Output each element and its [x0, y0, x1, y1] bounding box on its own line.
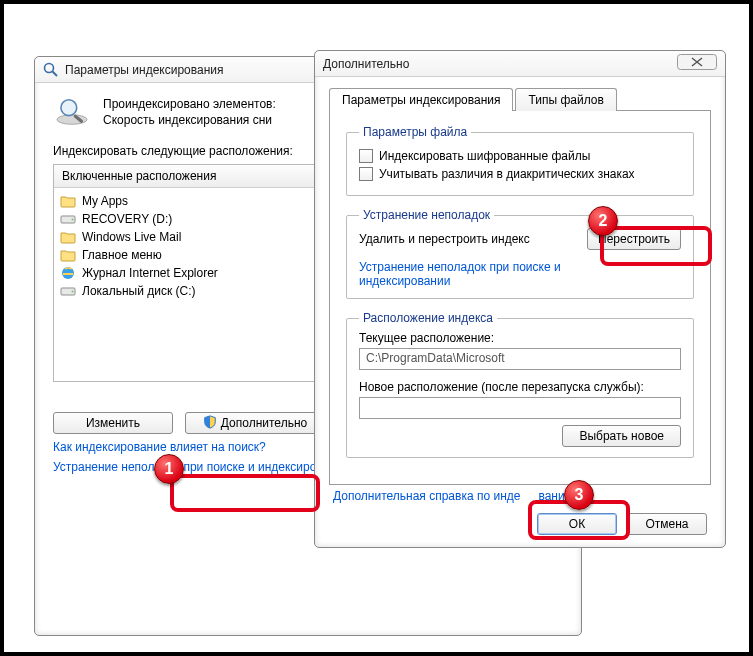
file-params-group: Параметры файла Индексировать шифрованны… — [346, 125, 694, 196]
advanced-options-window: Дополнительно Параметры индексирования Т… — [314, 50, 726, 548]
rebuild-button[interactable]: Перестроить — [587, 228, 681, 250]
troubleshoot-legend: Устранение неполадок — [359, 208, 494, 222]
drive-icon — [60, 283, 76, 299]
indexed-count-label: Проиндексировано элементов: — [103, 97, 276, 111]
search-icon — [43, 62, 59, 78]
select-new-button[interactable]: Выбрать новое — [562, 425, 681, 447]
list-item-label: Журнал Internet Explorer — [82, 266, 218, 280]
index-location-group: Расположение индекса Текущее расположени… — [346, 311, 694, 458]
file-params-legend: Параметры файла — [359, 125, 471, 139]
troubleshoot-group: Устранение неполадок Удалить и перестрои… — [346, 208, 694, 299]
advanced-button-label: Дополнительно — [221, 416, 307, 430]
modify-button[interactable]: Изменить — [53, 412, 173, 434]
list-item-label: Windows Live Mail — [82, 230, 181, 244]
advanced-help-link[interactable]: Дополнительная справка по индеxxxванию — [333, 489, 574, 503]
diacritics-label: Учитывать различия в диакритических знак… — [379, 167, 635, 181]
advanced-titlebar: Дополнительно — [315, 51, 725, 77]
ie-icon — [60, 265, 76, 281]
encrypted-files-label: Индексировать шифрованные файлы — [379, 149, 590, 163]
folder-icon — [60, 247, 76, 263]
list-item-label: Главное меню — [82, 248, 162, 262]
list-item-label: RECOVERY (D:) — [82, 212, 172, 226]
tab-file-types[interactable]: Типы файлов — [515, 88, 616, 111]
folder-icon — [60, 193, 76, 209]
svg-point-6 — [72, 219, 74, 221]
troubleshoot-link-advanced[interactable]: Устранение неполадок при поиске и индекс… — [359, 260, 561, 288]
current-location-label: Текущее расположение: — [359, 331, 681, 345]
advanced-button[interactable]: Дополнительно — [185, 412, 325, 434]
main-title: Параметры индексирования — [65, 63, 223, 77]
diacritics-checkbox[interactable] — [359, 167, 373, 181]
cancel-button[interactable]: Отмена — [627, 513, 707, 535]
index-location-legend: Расположение индекса — [359, 311, 497, 325]
svg-point-0 — [45, 63, 54, 72]
list-item-label: My Apps — [82, 194, 128, 208]
list-item-label: Локальный диск (C:) — [82, 284, 196, 298]
current-location-field: C:\ProgramData\Microsoft — [359, 348, 681, 370]
rebuild-index-label: Удалить и перестроить индекс — [359, 232, 530, 246]
new-location-label: Новое расположение (после перезапуска сл… — [359, 380, 681, 394]
svg-point-2 — [57, 115, 87, 125]
magnifier-icon — [53, 95, 91, 136]
shield-icon — [203, 415, 217, 432]
tab-strip: Параметры индексирования Типы файлов — [329, 87, 711, 110]
new-location-field[interactable] — [359, 397, 681, 419]
drive-icon — [60, 211, 76, 227]
ok-button[interactable]: ОК — [537, 513, 617, 535]
svg-point-3 — [61, 100, 77, 116]
tab-indexing-params[interactable]: Параметры индексирования — [329, 88, 513, 111]
svg-point-9 — [72, 291, 74, 293]
svg-line-1 — [53, 71, 58, 76]
encrypted-files-checkbox[interactable] — [359, 149, 373, 163]
advanced-title: Дополнительно — [323, 57, 409, 71]
folder-icon — [60, 229, 76, 245]
window-close-button[interactable] — [677, 54, 717, 73]
indexing-speed-label: Скорость индексирования сни — [103, 113, 276, 127]
